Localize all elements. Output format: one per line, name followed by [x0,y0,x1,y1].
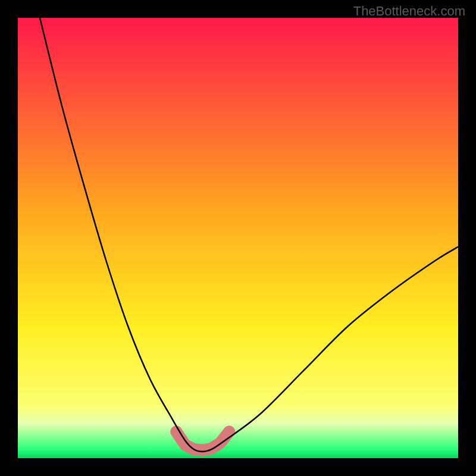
bottleneck-chart [0,0,476,476]
chart-container: TheBottleneck.com [0,0,476,476]
watermark-text: TheBottleneck.com [353,4,465,19]
highlight-endpoint [223,426,235,438]
chart-plot-area [18,18,458,458]
